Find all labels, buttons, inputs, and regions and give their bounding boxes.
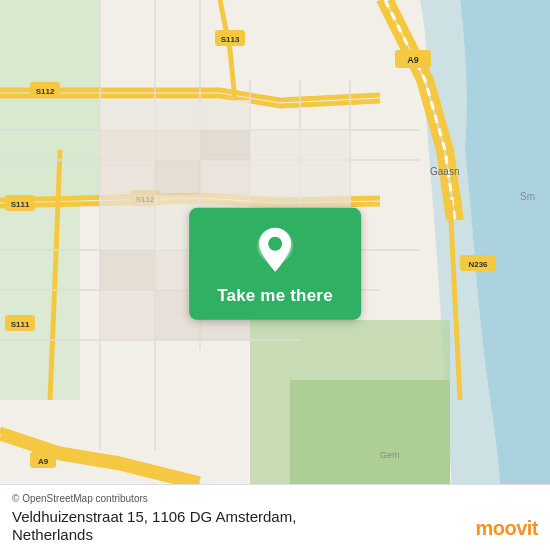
svg-rect-41	[155, 160, 200, 195]
location-pin-icon	[253, 226, 297, 278]
map-container: A9 S112 S112 S112 S113 S111 S111 N236 A9	[0, 0, 550, 550]
svg-text:A9: A9	[407, 55, 419, 65]
address-line: Veldhuizenstraat 15, 1106 DG Amsterdam,	[12, 508, 296, 525]
svg-rect-40	[100, 160, 155, 195]
moovit-text: moovit	[475, 517, 538, 540]
svg-text:S111: S111	[11, 200, 30, 209]
svg-text:S111: S111	[11, 320, 30, 329]
svg-text:Gem: Gem	[380, 450, 400, 460]
svg-rect-48	[100, 100, 155, 130]
svg-text:Sm: Sm	[520, 191, 535, 202]
svg-rect-1	[0, 0, 100, 200]
svg-text:S112: S112	[36, 87, 55, 96]
svg-rect-42	[200, 160, 250, 195]
svg-text:Gaasn: Gaasn	[430, 166, 459, 177]
svg-text:S113: S113	[221, 35, 240, 44]
take-me-there-button[interactable]: Take me there	[189, 208, 361, 320]
svg-text:N236: N236	[468, 260, 488, 269]
svg-rect-39	[200, 130, 250, 160]
svg-rect-49	[155, 100, 250, 130]
svg-rect-43	[100, 250, 155, 290]
osm-attribution: © OpenStreetMap contributors	[12, 493, 538, 504]
moovit-logo: moovit	[475, 517, 538, 540]
svg-rect-4	[290, 380, 450, 500]
bottom-bar: © OpenStreetMap contributors Veldhuizens…	[0, 484, 550, 550]
svg-rect-38	[155, 130, 200, 160]
svg-point-56	[268, 237, 282, 251]
svg-text:A9: A9	[38, 457, 49, 466]
svg-rect-50	[100, 195, 155, 250]
svg-rect-52	[250, 130, 350, 195]
take-me-there-label: Take me there	[217, 286, 333, 306]
country-line: Netherlands	[12, 526, 93, 543]
svg-rect-2	[0, 200, 80, 400]
svg-rect-37	[100, 130, 155, 160]
svg-rect-46	[100, 290, 155, 340]
